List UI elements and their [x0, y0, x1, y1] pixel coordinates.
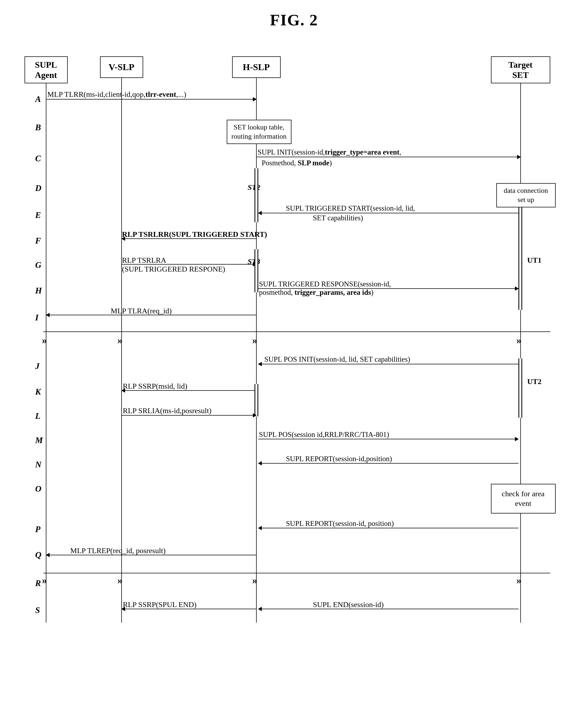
row-label-G: G [35, 260, 42, 270]
msg-text-S-left: RLP SSRP(SPUL END) [123, 600, 196, 609]
entity-v-slp: V-SLP [100, 56, 143, 78]
entity-h-slp: H-SLP [232, 56, 281, 78]
diagram: SUPLAgent V-SLP H-SLP TargetSET A B C D … [17, 40, 572, 714]
double-vline-ST2 [254, 168, 258, 222]
row-label-Q: Q [35, 550, 42, 560]
msg-line-C [256, 157, 521, 157]
msg-line-E [258, 213, 520, 213]
msg-text-C: SUPL INIT(session-id,trigger_type=area e… [258, 148, 401, 157]
msg-line-S-right [258, 609, 519, 609]
msg-text-Q: MLP TLREP(req_id, posresult) [70, 546, 166, 555]
msg-line-L [122, 415, 256, 416]
row-label-C: C [35, 153, 41, 163]
msg-text-F: RLP TSRLRR(SUPL TRIGGERED START) [122, 230, 267, 239]
msg-line-M [258, 439, 519, 439]
msg-text-G2: (SUPL TRIGGERED RESPONE) [122, 265, 225, 273]
double-vline-UT1 [519, 207, 522, 310]
dbl-arrow-R-vslp: » [118, 574, 123, 586]
row-label-J: J [35, 361, 40, 371]
double-vline-ST3 [254, 249, 258, 292]
msg-text-D-ST2: ST2 [248, 183, 260, 192]
row-label-P: P [35, 524, 41, 534]
row-label-K: K [35, 387, 41, 397]
msg-text-A: MLP TLRR(ms-id,client-id,qop,tlrr-event,… [47, 90, 186, 99]
msg-text-L: RLP SRLIA(ms-id,posresult) [123, 407, 212, 415]
divider-line-2 [43, 573, 550, 573]
row-label-S: S [35, 605, 40, 615]
row-label-L: L [35, 411, 41, 421]
msg-text-I: MLP TLRA(req_id) [111, 307, 172, 315]
row-label-H: H [35, 286, 42, 295]
msg-text-S-right: SUPL END(session-id) [313, 600, 384, 609]
row-label-F: F [35, 236, 41, 246]
row-label-D: D [35, 183, 42, 193]
note-B: SET lookup table,routing information [227, 120, 291, 144]
msg-text-G: RLP TSRLRA [122, 256, 166, 265]
note-O-check: check for areaevent [491, 484, 555, 514]
msg-text-P: SUPL REPORT(session-id, position) [286, 519, 394, 528]
vline-supl-agent [46, 83, 46, 623]
note-D: data connectionset up [496, 183, 555, 207]
msg-text-C3: Posmethod, SLP mode) [262, 159, 332, 167]
msg-line-J [258, 364, 519, 364]
dbl-arrow-agent-1: » [42, 334, 47, 346]
dbl-arrow-hslp-1: » [252, 334, 257, 346]
divider-line [43, 331, 550, 332]
msg-text-M: SUPL POS(session id,RRLP/RRC/TIA-801) [259, 431, 389, 439]
row-label-R: R [35, 578, 41, 588]
row-label-N: N [35, 459, 42, 470]
msg-line-A [46, 99, 256, 100]
msg-label-ST3: ST3 [248, 257, 260, 266]
vline-target-set [520, 83, 521, 623]
entity-target-set: TargetSET [491, 56, 550, 83]
page: FIG. 2 SUPLAgent V-SLP H-SLP TargetSET A… [0, 0, 588, 726]
entity-supl-agent: SUPLAgent [24, 56, 68, 83]
row-label-M: M [35, 435, 43, 445]
row-label-O: O [35, 484, 42, 494]
dbl-arrow-R-hslp: » [252, 574, 257, 586]
msg-text-H: SUPL TRIGGERED RESPONSE(session-id, [259, 280, 391, 288]
row-label-I: I [35, 313, 39, 323]
dbl-arrow-tset-1: » [517, 334, 522, 346]
fig-title: FIG. 2 [16, 11, 572, 29]
double-vline-UT2 [519, 358, 522, 418]
msg-text-E: SUPL TRIGGERED START(session-id, lid, [286, 204, 415, 212]
row-label-B: B [35, 122, 41, 132]
vline-h-slp [256, 78, 257, 623]
double-vline-KL [254, 384, 258, 416]
msg-label-UT1: UT1 [527, 256, 542, 265]
msg-line-N [258, 463, 519, 463]
msg-text-N: SUPL REPORT(session-id,position) [286, 455, 392, 463]
dbl-arrow-R-agent: » [42, 574, 47, 586]
row-label-E: E [35, 210, 41, 220]
vline-v-slp [121, 78, 122, 623]
dbl-arrow-R-tset: » [517, 574, 522, 586]
msg-label-UT2: UT2 [527, 377, 542, 386]
row-label-A: A [35, 94, 41, 104]
msg-text-H2: posmethod, trigger_params, area ids) [259, 288, 374, 297]
dbl-arrow-vslp-1: » [118, 334, 123, 346]
msg-text-K: RLP SSRP(msid, lid) [123, 382, 187, 391]
msg-text-J: SUPL POS INIT(session-id, lid, SET capab… [265, 355, 410, 364]
msg-line-P [258, 528, 519, 528]
msg-text-E2: SET capabilities) [313, 214, 363, 222]
